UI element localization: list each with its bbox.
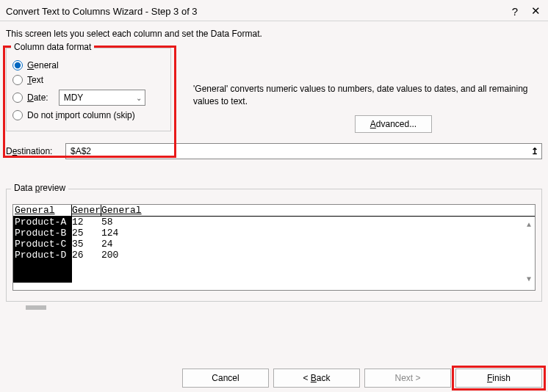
- close-icon[interactable]: ✕: [531, 4, 541, 18]
- back-button[interactable]: < Back: [273, 369, 360, 388]
- horizontal-scroll-thumb[interactable]: [26, 305, 46, 310]
- column-data-format-group: Column data format General Text Date: MD…: [6, 48, 171, 131]
- data-preview-legend: Data preview: [11, 183, 68, 193]
- radio-text-label: ext: [32, 75, 43, 85]
- table-row: [13, 261, 535, 272]
- data-preview-grid[interactable]: General Gener General Product-A 12 58 Pr…: [12, 204, 536, 291]
- radio-general[interactable]: General: [12, 60, 165, 70]
- dialog-footer: Cancel < Back Next > Finish: [0, 369, 548, 388]
- format-description: 'General' converts numeric values to num…: [193, 83, 531, 108]
- data-preview-group: Data preview General Gener General Produ…: [6, 189, 542, 302]
- preview-header-row: General Gener General: [13, 205, 535, 217]
- destination-value: $A$2: [71, 146, 91, 156]
- radio-skip-input[interactable]: [12, 110, 23, 120]
- table-row: Product-A 12 58: [13, 217, 535, 228]
- collapse-dialog-icon[interactable]: ↥: [531, 146, 538, 156]
- window-title: Convert Text to Columns Wizard - Step 3 …: [6, 6, 198, 17]
- destination-label: Destination:: [6, 146, 61, 156]
- table-row: Product-C 35 24: [13, 239, 535, 250]
- radio-skip[interactable]: Do not import column (skip): [12, 110, 165, 120]
- destination-input[interactable]: $A$2 ↥: [65, 143, 542, 159]
- radio-date[interactable]: Date: MDY ⌄: [12, 90, 165, 106]
- scroll-down-icon[interactable]: ▼: [523, 274, 535, 286]
- preview-rows: Product-A 12 58 Product-B 25 124 Product…: [13, 217, 535, 283]
- date-format-combo[interactable]: MDY ⌄: [59, 90, 145, 106]
- radio-text[interactable]: Text: [12, 75, 165, 85]
- chevron-down-icon: ⌄: [136, 94, 142, 102]
- table-row: Product-D 26 200: [13, 250, 535, 261]
- table-row: [13, 272, 535, 283]
- radio-skip-label: Do not import column (skip): [27, 110, 135, 120]
- table-row: Product-B 25 124: [13, 228, 535, 239]
- radio-date-input[interactable]: [12, 92, 23, 103]
- scroll-up-icon[interactable]: ▲: [523, 219, 535, 231]
- radio-date-label: ate:: [34, 92, 48, 103]
- titlebar: Convert Text to Columns Wizard - Step 3 …: [0, 0, 548, 21]
- cancel-button[interactable]: Cancel: [182, 369, 269, 388]
- advanced-button[interactable]: Advanced...: [355, 115, 432, 133]
- radio-general-label: eneral: [34, 60, 58, 70]
- date-format-value: MDY: [64, 92, 84, 103]
- column-data-format-legend: Column data format: [11, 42, 94, 52]
- preview-header-3[interactable]: General: [101, 205, 535, 216]
- preview-header-2[interactable]: Gener: [72, 205, 101, 216]
- radio-text-input[interactable]: [12, 75, 23, 85]
- finish-button[interactable]: Finish: [455, 369, 542, 388]
- preview-header-1[interactable]: General: [13, 205, 72, 216]
- next-button: Next >: [364, 369, 451, 388]
- help-icon[interactable]: ?: [512, 5, 518, 18]
- radio-general-input[interactable]: [12, 60, 23, 70]
